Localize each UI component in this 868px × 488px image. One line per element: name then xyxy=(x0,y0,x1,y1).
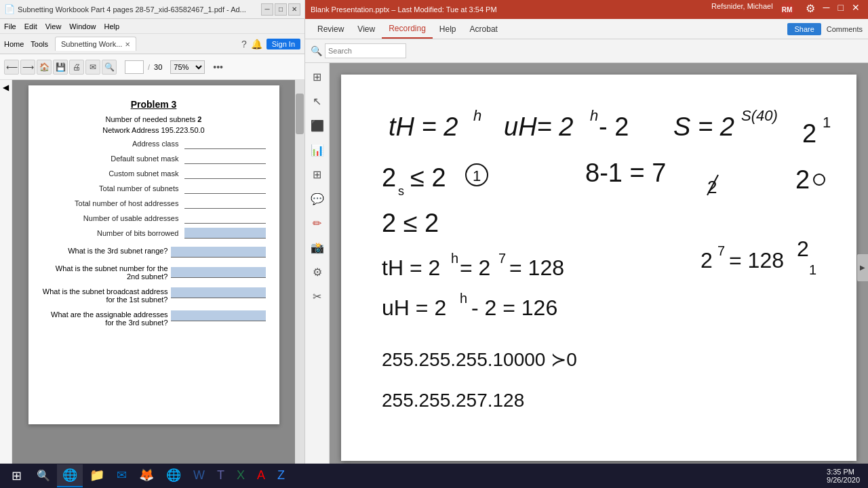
menu-view[interactable]: View xyxy=(45,22,62,30)
start-button[interactable]: ⊞ xyxy=(3,464,30,488)
tab-close-icon[interactable]: ✕ xyxy=(125,41,130,48)
scissors-tool-button[interactable]: ✂ xyxy=(308,287,327,306)
tab-tools[interactable]: Tools xyxy=(31,40,48,48)
taskbar-chrome[interactable]: 🌐 xyxy=(161,464,186,487)
page-separator: / xyxy=(148,63,150,71)
menu-window[interactable]: Window xyxy=(69,22,96,30)
total-host-input[interactable] xyxy=(184,198,266,209)
svg-text:1: 1 xyxy=(823,114,831,131)
ppt-ribbon-tools: 🔍 xyxy=(305,39,868,62)
nav-save-button[interactable]: 💾 xyxy=(53,60,68,75)
chart-tool-button[interactable]: 📊 xyxy=(308,140,327,159)
taskbar-adobe[interactable]: A xyxy=(252,464,271,487)
bits-borrowed-input[interactable] xyxy=(184,228,266,239)
taskbar-ie[interactable]: 🌐 xyxy=(57,464,83,487)
minimize-button[interactable]: ─ xyxy=(261,3,273,16)
total-subnets-input[interactable] xyxy=(184,183,266,194)
zoom-fit-button[interactable]: ⊞ xyxy=(308,67,327,86)
screenshot-tool-button[interactable]: 📸 xyxy=(308,238,327,257)
more-options-icon[interactable]: ••• xyxy=(213,62,223,73)
ppt-close-button[interactable]: ✕ xyxy=(849,2,863,17)
taskbar-firefox[interactable]: 🦊 xyxy=(134,464,159,487)
questions-section: What is the 3rd subnet range? What is th… xyxy=(42,247,266,327)
network-info: Network Address 195.223.50.0 xyxy=(42,126,266,134)
custom-mask-label: Custom subnet mask xyxy=(42,169,184,178)
pdf-sidebar-collapse[interactable]: ◀ xyxy=(0,80,12,474)
word-icon: W xyxy=(193,468,205,483)
custom-mask-input[interactable] xyxy=(184,168,266,179)
default-mask-field: Default subnet mask xyxy=(42,153,266,164)
pdf-scrollbar[interactable] xyxy=(295,80,304,474)
pointer-tool-button[interactable]: ↖ xyxy=(308,92,327,110)
slide-collapse-button[interactable]: ▶ xyxy=(857,254,868,281)
ppt-slide: tH = 2 h uH= 2 h - 2 S = 2 S(40) 2 1 xyxy=(341,75,856,461)
q3-label: What is the subnet broadcast address for… xyxy=(42,287,168,304)
search-area: 🔍 xyxy=(311,43,406,58)
taskbar-search[interactable]: 🔍 xyxy=(31,464,56,487)
bits-borrowed-label: Number of bits borrowed xyxy=(42,229,184,237)
tab-acrobat[interactable]: Acrobat xyxy=(463,20,505,38)
default-mask-input[interactable] xyxy=(184,153,266,164)
tab-help[interactable]: Help xyxy=(433,20,463,38)
pdf-window-controls: ─ □ ✕ xyxy=(261,3,300,16)
sign-in-button[interactable]: Sign In xyxy=(267,39,300,49)
ppt-maximize-button[interactable]: □ xyxy=(835,2,846,17)
q1-input[interactable] xyxy=(171,247,266,258)
taskbar-outlook[interactable]: ✉ xyxy=(111,464,132,487)
svg-text:255.255.257.128: 255.255.257.128 xyxy=(382,390,524,411)
help-icon[interactable]: ? xyxy=(241,39,247,49)
share-button[interactable]: Share xyxy=(787,23,821,35)
settings-tool-button[interactable]: ⚙ xyxy=(308,262,327,281)
svg-point-18 xyxy=(814,174,825,185)
usable-input[interactable] xyxy=(184,213,266,224)
menu-help[interactable]: Help xyxy=(104,22,119,30)
nav-back-button[interactable]: ⟵ xyxy=(4,60,19,75)
svg-text:h: h xyxy=(590,107,598,124)
taskbar-excel[interactable]: X xyxy=(231,464,250,487)
tab-home[interactable]: Home xyxy=(4,40,24,48)
nav-print-button[interactable]: 🖨 xyxy=(69,60,84,75)
ppt-settings-icon[interactable]: ⚙ xyxy=(803,2,818,17)
page-number-input[interactable]: 5 xyxy=(125,60,144,74)
maximize-button[interactable]: □ xyxy=(275,3,287,16)
taskbar-zoom[interactable]: Z xyxy=(272,464,290,487)
ppt-minimize-button[interactable]: ─ xyxy=(821,2,833,17)
taskbar-file-explorer[interactable]: 📁 xyxy=(84,464,110,487)
comments-button[interactable]: Comments xyxy=(827,25,863,33)
tab-review[interactable]: Review xyxy=(311,20,351,38)
q4-label: What are the assignable addresses for th… xyxy=(42,310,168,327)
q4-input[interactable] xyxy=(171,310,266,321)
date-time: 3:35 PM 9/26/2020 xyxy=(827,468,860,484)
taskbar-word[interactable]: W xyxy=(188,464,210,487)
shape-tool-button[interactable]: ⬛ xyxy=(308,116,327,135)
usable-label: Number of usable addresses xyxy=(42,214,184,222)
close-button[interactable]: ✕ xyxy=(288,3,300,16)
svg-text:s: s xyxy=(398,184,404,198)
svg-text:uH= 2: uH= 2 xyxy=(504,113,573,141)
tab-view[interactable]: View xyxy=(351,20,382,38)
search-input[interactable] xyxy=(325,43,406,58)
address-class-input[interactable] xyxy=(184,138,266,149)
menu-file[interactable]: File xyxy=(4,22,16,30)
nav-email-button[interactable]: ✉ xyxy=(85,60,100,75)
taskbar-teams[interactable]: T xyxy=(212,464,230,487)
nav-home-button[interactable]: 🏠 xyxy=(37,60,52,75)
q3-input[interactable] xyxy=(171,287,266,298)
nav-forward-button[interactable]: ⟶ xyxy=(20,60,35,75)
comment-tool-button[interactable]: 💬 xyxy=(308,189,327,208)
tab-subnetting[interactable]: Subnetting Work... ✕ xyxy=(55,37,136,51)
table-tool-button[interactable]: ⊞ xyxy=(308,165,327,184)
menu-edit[interactable]: Edit xyxy=(24,22,37,30)
svg-text:1: 1 xyxy=(809,262,816,277)
tab-recording[interactable]: Recording xyxy=(382,20,433,39)
svg-text:h: h xyxy=(473,107,481,124)
q2-input[interactable] xyxy=(171,267,266,278)
zoom-select[interactable]: 75% 100% 125% xyxy=(170,60,205,74)
pen-tool-button[interactable]: ✏ xyxy=(308,214,327,232)
windows-icon: ⊞ xyxy=(12,468,22,483)
nav-search-button[interactable]: 🔍 xyxy=(102,60,117,75)
svg-text:8-1 = 7: 8-1 = 7 xyxy=(585,159,666,187)
notification-icon[interactable]: 🔔 xyxy=(251,39,262,49)
zoom-control: 75% 100% 125% xyxy=(170,60,205,74)
pdf-menu-bar: File Edit View Window Help xyxy=(0,19,304,34)
